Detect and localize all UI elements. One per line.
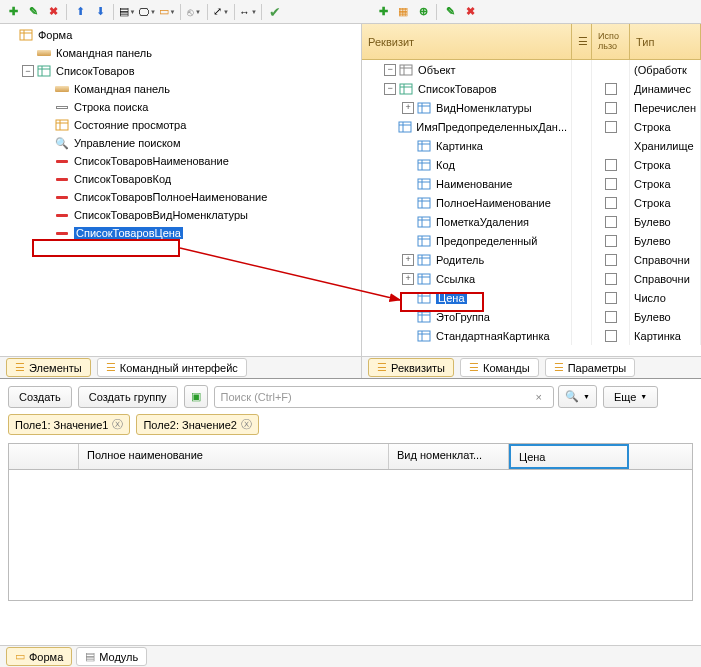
tree-item[interactable]: Состояние просмотра (0, 116, 361, 134)
tab-parameters[interactable]: ☰Параметры (545, 358, 636, 377)
table-col-header[interactable]: Полное наименование (79, 444, 389, 469)
type-cell: (Обработк (630, 60, 701, 79)
footer-tab-form[interactable]: ▭Форма (6, 647, 72, 666)
expand-icon[interactable]: + (402, 102, 414, 114)
copy-attr-icon[interactable]: ▦ (394, 3, 412, 21)
edit-icon[interactable]: ✎ (24, 3, 42, 21)
tree-label: Управление поиском (74, 137, 181, 149)
tree-item[interactable]: Форма (0, 26, 361, 44)
col-rekvizit[interactable]: Реквизит (362, 24, 572, 59)
more-button[interactable]: Еще ▼ (603, 386, 658, 408)
type-cell: Строка (630, 174, 701, 193)
move-up-icon[interactable]: ⬆ (71, 3, 89, 21)
tree-item[interactable]: 🔍Управление поиском (0, 134, 361, 152)
tree-item[interactable]: СписокТоваровЦена (0, 224, 361, 242)
svg-rect-45 (418, 293, 430, 303)
use-checkbox[interactable] (605, 83, 617, 95)
attr-label: Ссылка (436, 273, 475, 285)
tree-item[interactable]: Строка поиска (0, 98, 361, 116)
attr-row[interactable]: ЦенаЧисло (362, 288, 701, 307)
delete-attr-icon[interactable]: ✖ (461, 3, 479, 21)
tree-item[interactable]: Командная панель (0, 80, 361, 98)
tree-item[interactable]: СписокТоваровВидНоменклатуры (0, 206, 361, 224)
field-icon (54, 226, 70, 240)
attr-row[interactable]: +ВидНоменклатурыПеречислен (362, 98, 701, 117)
create-button[interactable]: Создать (8, 386, 72, 408)
tab-elements[interactable]: ☰Элементы (6, 358, 91, 377)
screen-icon[interactable]: 🖵▼ (138, 3, 156, 21)
use-checkbox[interactable] (605, 235, 617, 247)
filter-chip[interactable]: Поле1: Значение1ⓧ (8, 414, 130, 435)
table-col-header[interactable]: Вид номенклат... (389, 444, 509, 469)
attr-row[interactable]: −Объект(Обработк (362, 60, 701, 79)
tab-attributes[interactable]: ☰Реквизиты (368, 358, 454, 377)
col-use[interactable]: Испо льзо (592, 24, 630, 59)
attr-row[interactable]: КодСтрока (362, 155, 701, 174)
attr-row[interactable]: СтандартнаяКартинкаКартинка (362, 326, 701, 345)
attr-row[interactable]: ИмяПредопределенныхДан...Строка (362, 117, 701, 136)
clear-search-icon[interactable]: × (536, 391, 542, 403)
chip-close-icon[interactable]: ⓧ (112, 417, 123, 432)
add-attr-icon[interactable]: ✚ (374, 3, 392, 21)
tree-item[interactable]: СписокТоваровКод (0, 170, 361, 188)
collapse-icon[interactable]: − (384, 83, 396, 95)
use-checkbox[interactable] (605, 197, 617, 209)
attr-row[interactable]: −СписокТоваровДинамичес (362, 79, 701, 98)
use-checkbox[interactable] (605, 121, 617, 133)
use-checkbox[interactable] (605, 102, 617, 114)
attr-row[interactable]: НаименованиеСтрока (362, 174, 701, 193)
add-col-icon[interactable]: ⊕ (414, 3, 432, 21)
tree-item[interactable]: СписокТоваровНаименование (0, 152, 361, 170)
type-cell: Справочни (630, 269, 701, 288)
attr-row[interactable]: ЭтоГруппаБулево (362, 307, 701, 326)
col-flag[interactable]: ☰ (572, 24, 592, 59)
search-button[interactable]: 🔍 ▼ (558, 385, 597, 408)
edit-attr-icon[interactable]: ✎ (441, 3, 459, 21)
add-icon[interactable]: ✚ (4, 3, 22, 21)
use-checkbox[interactable] (605, 292, 617, 304)
tab-commands[interactable]: ☰Команды (460, 358, 539, 377)
list-icon[interactable]: ▤▼ (118, 3, 136, 21)
col-type[interactable]: Тип (630, 24, 701, 59)
expand-icon[interactable]: + (402, 273, 414, 285)
move-down-icon[interactable]: ⬇ (91, 3, 109, 21)
attr-row[interactable]: ПометкаУдаленияБулево (362, 212, 701, 231)
refresh-button[interactable]: ▣ (184, 385, 208, 408)
use-checkbox[interactable] (605, 311, 617, 323)
expand-icon[interactable]: ↔▼ (239, 3, 257, 21)
attributes-tree[interactable]: −Объект(Обработк−СписокТоваровДинамичес+… (362, 60, 701, 356)
check-icon[interactable]: ✔ (266, 3, 284, 21)
attr-row[interactable]: +СсылкаСправочни (362, 269, 701, 288)
data-table[interactable]: Полное наименованиеВид номенклат...Цена (8, 443, 693, 601)
table-col-header[interactable] (9, 444, 79, 469)
use-checkbox[interactable] (605, 216, 617, 228)
resize-icon[interactable]: ⤢▼ (212, 3, 230, 21)
link-icon[interactable]: ⎋▼ (185, 3, 203, 21)
tree-item[interactable]: Командная панель (0, 44, 361, 62)
form-icon[interactable]: ▭▼ (158, 3, 176, 21)
tree-item[interactable]: СписокТоваровПолноеНаименование (0, 188, 361, 206)
expand-icon[interactable]: + (402, 254, 414, 266)
create-group-button[interactable]: Создать группу (78, 386, 178, 408)
collapse-icon[interactable]: − (22, 65, 34, 77)
filter-chip[interactable]: Поле2: Значение2ⓧ (136, 414, 258, 435)
chip-close-icon[interactable]: ⓧ (241, 417, 252, 432)
use-checkbox[interactable] (605, 330, 617, 342)
use-checkbox[interactable] (605, 273, 617, 285)
use-checkbox[interactable] (605, 159, 617, 171)
use-checkbox[interactable] (605, 254, 617, 266)
elements-tree[interactable]: ФормаКомандная панель−СписокТоваровКоман… (0, 24, 361, 356)
tree-item[interactable]: −СписокТоваров (0, 62, 361, 80)
table-col-header[interactable]: Цена (509, 444, 629, 469)
attr-row[interactable]: КартинкаХранилище (362, 136, 701, 155)
tab-command-interface[interactable]: ☰Командный интерфейс (97, 358, 247, 377)
search-input[interactable]: Поиск (Ctrl+F) (214, 386, 554, 408)
attr-row[interactable]: ПредопределенныйБулево (362, 231, 701, 250)
delete-icon[interactable]: ✖ (44, 3, 62, 21)
collapse-icon[interactable]: − (384, 64, 396, 76)
attr-row[interactable]: +РодительСправочни (362, 250, 701, 269)
attr-row[interactable]: ПолноеНаименованиеСтрока (362, 193, 701, 212)
use-checkbox[interactable] (605, 178, 617, 190)
type-cell: Строка (630, 193, 701, 212)
footer-tab-module[interactable]: ▤Модуль (76, 647, 147, 666)
